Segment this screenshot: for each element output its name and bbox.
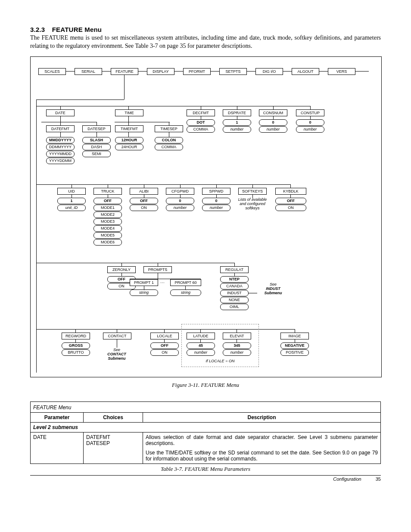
truck-opt6: MODE6 <box>93 239 122 246</box>
feature-menu-diagram: SCALES SERIAL FEATURE DISPLAY PFORMT SET… <box>30 56 382 377</box>
regulat-opt0: NTEP <box>220 276 249 283</box>
row2-truck: TRUCK <box>93 188 122 195</box>
top-setpts: SETPTS <box>219 68 247 75</box>
section-title: FEATURE Menu <box>52 26 102 33</box>
cell-choices: DATEFMT DATESEP <box>84 432 143 464</box>
elevat-opt0: 345 <box>223 342 251 349</box>
truck-opt3: MODE3 <box>93 218 122 225</box>
top-feature: FEATURE <box>111 68 138 75</box>
uid-opt1: unit_ID <box>57 205 86 211</box>
kybdlk-opt1: ON <box>275 205 306 211</box>
figure-caption: Figure 3-11. FEATURE Menu <box>30 382 381 389</box>
top-scales: SCALES <box>38 68 66 75</box>
locale-opt0: OFF <box>150 342 179 349</box>
th-parameter: Parameter <box>31 412 84 422</box>
top-vers: VERS <box>328 68 355 75</box>
latude-opt0: 45 <box>187 342 215 349</box>
row1-date: DATE <box>46 109 75 116</box>
row1-timefmt: TIMEFMT <box>115 125 143 132</box>
row4-locale: LOCALE <box>150 333 179 339</box>
row3-zeronly: ZERONLY <box>107 266 136 273</box>
timefmt-opt0: 12HOUR <box>115 137 143 143</box>
row2-kybdlk: KYBDLK <box>275 188 306 195</box>
uid-opt0: 1 <box>57 198 86 204</box>
cell-desc: Allows selection of date format and date… <box>143 432 381 464</box>
top-pformt: PFORMT <box>183 68 211 75</box>
top-display: DISPLAY <box>147 68 174 75</box>
row2-softkeys: SOFTKEYS <box>238 188 267 195</box>
timesep-opt0: COLON <box>155 137 183 143</box>
row1-dsprate: DSPRATE <box>223 109 251 116</box>
prompts-p1: PROMPT 1 <box>130 279 158 286</box>
row1-datesep: DATESEP <box>82 125 111 132</box>
intro-paragraph: The FEATURE menu is used to set miscella… <box>30 34 381 50</box>
softkeys-note: Lists of available and configured softke… <box>237 198 268 211</box>
feature-menu-table: FEATURE Menu Parameter Choices Descripti… <box>30 401 381 464</box>
prompts-p60: PROMPT 60 <box>170 279 201 286</box>
decfmt-opt1: COMMA <box>187 126 215 133</box>
row2-sppwd: SPPWD <box>202 188 230 195</box>
top-digio: DIG I/O <box>255 68 283 75</box>
sppwd-opt0: 0 <box>202 198 230 204</box>
datefmt-opt1: DDMMYYYY <box>46 144 75 150</box>
datesep-opt1: DASH <box>82 144 111 150</box>
regulat-opt3: NONE <box>220 297 249 303</box>
row3-regulat: REGULAT <box>220 266 249 273</box>
row1-timesep: TIMESEP <box>155 125 183 132</box>
timefmt-opt1: 24HOUR <box>115 144 143 150</box>
datefmt-opt2: YYYYMMDD <box>46 151 75 157</box>
row4-regword: REGWORD <box>62 333 90 339</box>
locale-note: If LOCALE = ON <box>199 359 242 364</box>
row4-image: IMAGE <box>280 333 309 339</box>
table-subhead: Level 2 submenus <box>31 422 381 432</box>
footer-label: Configuration <box>333 476 361 482</box>
truck-opt0: OFF <box>93 198 122 204</box>
consnum-opt0: 0 <box>259 119 287 126</box>
alibi-opt0: OFF <box>130 198 158 204</box>
kybdlk-opt0: OFF <box>275 198 306 204</box>
row4-contact: CONTACT <box>103 333 131 339</box>
dsprate-opt0: 1 <box>223 119 251 126</box>
datesep-opt2: SEMI <box>82 151 111 157</box>
row2-cfgpwd: CFGPWD <box>166 188 194 195</box>
regulat-opt1: CANADA <box>220 283 249 289</box>
image-opt1: POSITIVE <box>280 349 309 356</box>
prompts-str1: string <box>130 289 158 296</box>
dsprate-opt1: number <box>223 126 251 133</box>
prompts-ellipsis: … <box>160 279 165 284</box>
regulat-opt4: OIML <box>220 304 249 310</box>
top-algout: ALGOUT <box>292 68 319 75</box>
top-serial: SERIAL <box>75 68 102 75</box>
locale-opt1: ON <box>150 349 179 356</box>
consnum-opt1: number <box>259 126 287 133</box>
row2-alibi: ALIBI <box>130 188 158 195</box>
row1-constup: CONSTUP <box>296 109 324 116</box>
decfmt-opt0: DOT <box>187 119 215 126</box>
regulat-note: See INDUST Submenu <box>258 283 288 296</box>
regulat-opt2: INDUST <box>220 290 249 296</box>
row1-consnum: CONSNUM <box>259 109 287 116</box>
page-footer: Configuration 35 <box>30 475 381 482</box>
section-number: 3.2.3 <box>30 26 45 33</box>
row3-prompts: PROMPTS <box>143 266 172 273</box>
elevat-opt1: number <box>223 349 251 356</box>
table-caption: Table 3-7. FEATURE Menu Parameters <box>30 466 381 473</box>
timesep-opt1: COMMA <box>155 144 183 150</box>
datefmt-opt0: MMDDYYYY <box>46 137 75 143</box>
contact-note: See CONTACT Submenu <box>101 348 132 361</box>
image-opt0: NEGATIVE <box>280 342 309 349</box>
section-heading: 3.2.3 FEATURE Menu <box>30 26 381 33</box>
datesep-opt0: SLASH <box>82 137 111 143</box>
constup-opt1: number <box>296 126 324 133</box>
truck-opt5: MODE5 <box>93 232 122 239</box>
datefmt-opt3: YYYYDDMM <box>46 158 75 164</box>
cfgpwd-opt0: 0 <box>166 198 194 204</box>
alibi-opt1: ON <box>130 205 158 211</box>
th-description: Description <box>143 412 381 422</box>
sppwd-opt1: number <box>202 205 230 211</box>
row1-time: TIME <box>115 109 143 116</box>
constup-opt0: 0 <box>296 119 324 126</box>
table-title: FEATURE Menu <box>31 401 381 412</box>
row2-uid: UID <box>57 188 86 195</box>
cell-param: DATE <box>31 432 84 464</box>
